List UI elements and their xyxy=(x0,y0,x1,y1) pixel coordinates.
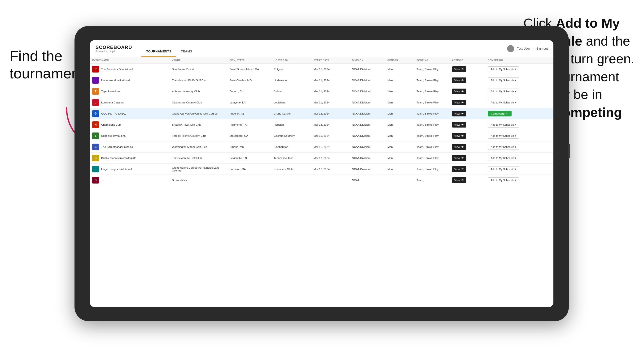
team-logo: S xyxy=(92,133,99,139)
hosted-by-cell: Auburn xyxy=(271,86,311,97)
table-body: R The Johnnie - O Individual Sea Palms R… xyxy=(90,64,554,186)
hosted-by-cell: Georgia Southern xyxy=(271,130,311,142)
division-cell: NCAA xyxy=(350,175,385,186)
view-button[interactable]: View 👁 xyxy=(452,144,466,150)
event-name-cell: B The Carpetbagger Classic xyxy=(90,142,170,153)
competing-cell: Add to My Schedule + xyxy=(485,130,554,142)
add-to-schedule-button[interactable]: Add to My Schedule + xyxy=(488,100,519,105)
view-button[interactable]: View 👁 xyxy=(452,122,466,128)
hosted-by-cell: Lindenwood xyxy=(271,75,311,86)
scoring-cell: Team, Stroke Play xyxy=(414,119,450,130)
city-state-cell xyxy=(227,175,271,186)
team-logo: H xyxy=(92,121,99,128)
event-name-cell: H Champions Cup xyxy=(90,119,170,130)
hosted-by-cell: Kennesaw State xyxy=(271,164,311,175)
table-container: EVENT NAME VENUE CITY, STATE HOSTED BY S… xyxy=(90,57,554,307)
app-logo: SCOREBOARD xyxy=(96,45,132,50)
view-button[interactable]: View 👁 xyxy=(452,89,466,94)
city-state-cell: Urbana, MD xyxy=(227,142,271,153)
view-button[interactable]: View 👁 xyxy=(452,66,466,72)
col-actions: ACTIONS xyxy=(450,57,485,64)
division-cell: NCAA Division I xyxy=(350,142,385,153)
venue-cell: Worthington Manor Golf Club xyxy=(170,142,227,153)
add-to-schedule-button[interactable]: Add to My Schedule + xyxy=(488,66,519,72)
view-button[interactable]: View 👁 xyxy=(452,166,466,172)
sign-out-link[interactable]: Sign out xyxy=(536,47,548,50)
event-name-cell: B Bobby Nichols Intercollegiate xyxy=(90,153,170,164)
table-row: B Bobby Nichols Intercollegiate The Sevi… xyxy=(90,153,554,164)
eye-icon: 👁 xyxy=(461,123,464,126)
table-row: R The Johnnie - O Individual Sea Palms R… xyxy=(90,64,554,75)
col-city-state: CITY, STATE xyxy=(227,57,271,64)
add-to-schedule-button[interactable]: Add to My Schedule + xyxy=(488,177,519,183)
start-date-cell: Mar 13, 2024 xyxy=(311,119,350,130)
gender-cell: Men xyxy=(385,97,414,108)
start-date-cell: Mar 11, 2024 xyxy=(311,64,350,75)
scoring-cell: Team, Stroke Play xyxy=(414,75,450,86)
event-name: Linger Longer Invitational xyxy=(101,168,132,171)
nav-tab-teams[interactable]: TEAMS xyxy=(176,46,197,57)
competing-cell: Add to My Schedule + xyxy=(485,153,554,164)
nav-tab-tournaments[interactable]: TOURNAMENTS xyxy=(142,46,176,57)
competing-button[interactable]: Competing ✓ xyxy=(488,111,512,116)
view-button[interactable]: View 👁 xyxy=(452,133,466,139)
event-name-cell: B ... xyxy=(90,175,170,186)
event-name-cell: L Linger Longer Invitational xyxy=(90,164,170,175)
team-logo: B xyxy=(92,177,99,183)
event-name: Tiger Invitational xyxy=(101,90,121,93)
table-row: L Linger Longer Invitational Great Water… xyxy=(90,164,554,175)
competing-cell: Competing ✓ xyxy=(485,108,554,119)
app-logo-sub: Powered by clippd xyxy=(96,50,132,53)
competing-cell: Add to My Schedule + xyxy=(485,142,554,153)
view-button[interactable]: View 👁 xyxy=(452,77,466,83)
col-start-date: START DATE xyxy=(311,57,350,64)
table-row: T Tiger Invitational Auburn University C… xyxy=(90,86,554,97)
start-date-cell: Mar 16, 2024 xyxy=(311,142,350,153)
col-gender: GENDER xyxy=(385,57,414,64)
event-name: Bobby Nichols Intercollegiate xyxy=(101,157,136,160)
hosted-by-cell: Tennessee Tech xyxy=(271,153,311,164)
event-name: Lindenwood Invitational xyxy=(101,79,130,82)
tablet-screen: SCOREBOARD Powered by clippd TOURNAMENTS… xyxy=(90,40,554,307)
table-header-row: EVENT NAME VENUE CITY, STATE HOSTED BY S… xyxy=(90,57,554,64)
view-button[interactable]: View 👁 xyxy=(452,111,466,116)
scoring-cell: Team, Stroke Play xyxy=(414,86,450,97)
event-name-cell: L Louisiana Classics xyxy=(90,97,170,108)
division-cell: NCAA Division I xyxy=(350,153,385,164)
team-logo: L xyxy=(92,99,99,106)
competing-cell: Add to My Schedule + xyxy=(485,119,554,130)
add-to-schedule-button[interactable]: Add to My Schedule + xyxy=(488,89,519,94)
event-name: Champions Cup xyxy=(101,123,120,126)
add-to-schedule-button[interactable]: Add to My Schedule + xyxy=(488,155,519,161)
actions-cell: View 👁 xyxy=(450,130,485,142)
event-name: GCU INVITATIONAL xyxy=(101,112,126,115)
eye-icon: 👁 xyxy=(461,90,464,93)
add-to-schedule-button[interactable]: Add to My Schedule + xyxy=(488,77,519,83)
add-to-schedule-button[interactable]: Add to My Schedule + xyxy=(488,166,519,172)
venue-cell: Forest Heights Country Club xyxy=(170,130,227,142)
start-date-cell: Mar 11, 2024 xyxy=(311,97,350,108)
user-avatar xyxy=(507,45,514,52)
division-cell: NCAA Division I xyxy=(350,97,385,108)
division-cell: NCAA Division I xyxy=(350,119,385,130)
start-date-cell xyxy=(311,175,350,186)
gender-cell: Men xyxy=(385,86,414,97)
add-to-schedule-button[interactable]: Add to My Schedule + xyxy=(488,144,519,150)
view-button[interactable]: View 👁 xyxy=(452,155,466,161)
tablet-frame: SCOREBOARD Powered by clippd TOURNAMENTS… xyxy=(74,26,569,321)
venue-cell: Grand Canyon University Golf Course xyxy=(170,108,227,119)
col-venue: VENUE xyxy=(170,57,227,64)
eye-icon: 👁 xyxy=(461,178,464,182)
view-button[interactable]: View 👁 xyxy=(452,100,466,105)
city-state-cell: Lafayette, LA xyxy=(227,97,271,108)
event-name: The Johnnie - O Individual xyxy=(101,68,133,71)
gender-cell: Men xyxy=(385,153,414,164)
tournaments-table: EVENT NAME VENUE CITY, STATE HOSTED BY S… xyxy=(90,57,554,186)
scoring-cell: Team, Stroke Play xyxy=(414,153,450,164)
actions-cell: View 👁 xyxy=(450,119,485,130)
add-to-schedule-button[interactable]: Add to My Schedule + xyxy=(488,122,519,128)
view-button[interactable]: View 👁 xyxy=(452,177,466,183)
add-to-schedule-button[interactable]: Add to My Schedule + xyxy=(488,133,519,139)
city-state-cell: Statesboro, GA xyxy=(227,130,271,142)
city-state-cell: Phoenix, AZ xyxy=(227,108,271,119)
